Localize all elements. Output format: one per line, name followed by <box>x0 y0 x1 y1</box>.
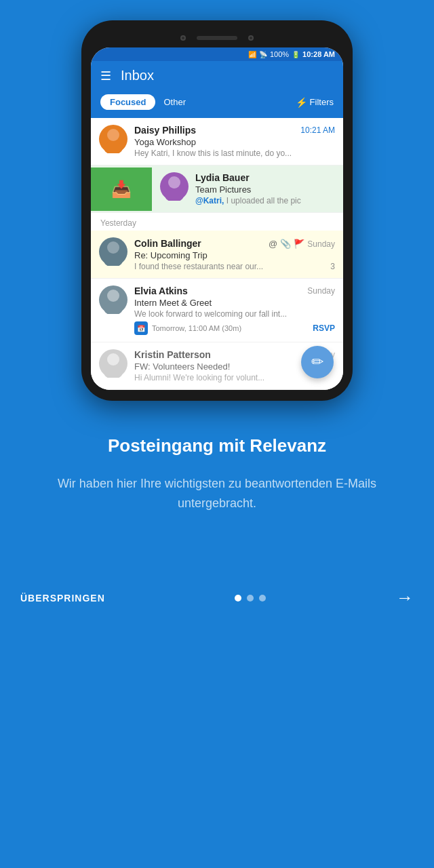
skip-button[interactable]: ÜBERSPRINGEN <box>20 593 105 604</box>
email-list: Daisy Phillips 10:21 AM Yoga Workshop He… <box>91 118 343 390</box>
filters-label: Filters <box>310 97 334 107</box>
time-colin: Sunday <box>307 239 335 249</box>
app-title: Inbox <box>121 68 154 83</box>
sender-colin: Colin Ballinger <box>134 238 201 249</box>
sender-daisy: Daisy Phillips <box>134 125 196 136</box>
sender-elvia: Elvia Atkins <box>134 285 188 296</box>
subject-daisy: Yoga Workshop <box>134 137 335 147</box>
section-yesterday: Yesterday <box>91 213 343 231</box>
tab-other[interactable]: Other <box>163 97 186 107</box>
email-content-daisy: Daisy Phillips 10:21 AM Yoga Workshop He… <box>134 125 335 158</box>
tab-focused[interactable]: Focused <box>100 94 155 110</box>
svg-point-5 <box>107 241 119 254</box>
svg-point-3 <box>168 176 180 189</box>
time-daisy: 10:21 AM <box>300 125 335 135</box>
count-colin: 3 <box>330 262 335 271</box>
status-bar: 📶 📡 100% 🔋 10:28 AM <box>91 47 343 61</box>
sender-kristin: Kristin Patterson <box>134 349 211 360</box>
subject-elvia: Intern Meet & Greet <box>134 298 335 308</box>
status-time: 10:28 AM <box>302 50 335 58</box>
calendar-icon: 📅 <box>134 321 148 335</box>
at-icon: @ <box>269 239 277 249</box>
avatar-colin <box>99 237 127 266</box>
email-item-colin[interactable]: Colin Ballinger @ 📎 🚩 Sunday Re: Upcomin… <box>91 231 343 279</box>
sender-lydia: Lydia Bauer <box>195 172 250 183</box>
phone-speaker <box>197 36 237 40</box>
hamburger-icon[interactable]: ☰ <box>100 70 111 82</box>
time-elvia: Sunday <box>307 286 335 296</box>
svg-point-7 <box>107 290 119 302</box>
svg-point-4 <box>165 189 184 201</box>
dot-2 <box>247 595 254 601</box>
promo-title: Posteingang mit Relevanz <box>27 435 407 458</box>
avatar-kristin <box>99 349 127 378</box>
pagination-dots <box>235 595 266 601</box>
svg-point-6 <box>104 254 123 266</box>
svg-point-9 <box>107 353 119 366</box>
preview-kristin: Hi Alumni! We're looking for volunt... <box>134 373 335 382</box>
archive-icon: 📥 <box>111 180 132 199</box>
dot-1 <box>235 595 241 601</box>
swipe-action-lydia: 📥 <box>91 167 152 211</box>
event-time: Tomorrow, 11:00 AM (30m) <box>152 324 309 332</box>
signal-icon: 📡 <box>259 51 267 58</box>
preview-lydia: @Katri, I uploaded all the pic <box>195 196 335 205</box>
lydia-email-content: Lydia Bauer Team Pictures @Katri, I uplo… <box>152 165 343 212</box>
rsvp-row: 📅 Tomorrow, 11:00 AM (30m) RSVP <box>134 321 335 335</box>
next-arrow-button[interactable]: → <box>396 587 414 608</box>
flag-icon: 🚩 <box>294 239 304 249</box>
avatar-lydia <box>160 172 189 201</box>
tabs-row: Focused Other ⚡ Filters <box>91 90 343 118</box>
phone-shell: 📶 📡 100% 🔋 10:28 AM ☰ Inbox Focused Othe… <box>81 20 353 401</box>
email-content-colin: Colin Ballinger @ 📎 🚩 Sunday Re: Upcomin… <box>134 237 335 271</box>
preview-daisy: Hey Katri, I know this is last minute, d… <box>134 149 335 158</box>
compose-icon: ✏ <box>311 353 323 371</box>
phone-camera-dot <box>180 35 186 41</box>
phone-screen: 📶 📡 100% 🔋 10:28 AM ☰ Inbox Focused Othe… <box>91 47 343 390</box>
app-header: ☰ Inbox <box>91 61 343 90</box>
attachment-icon: 📎 <box>280 239 291 249</box>
preview-colin: I found these restaurants near our... <box>134 262 263 271</box>
battery-label: 100% <box>270 50 289 58</box>
svg-point-1 <box>104 141 123 153</box>
svg-point-0 <box>107 129 119 141</box>
bottom-navigation: ÜBERSPRINGEN → <box>0 574 434 622</box>
subject-colin: Re: Upcoming Trip <box>134 250 335 260</box>
status-icons: 📶 📡 100% 🔋 10:28 AM <box>248 50 335 58</box>
bolt-icon: ⚡ <box>296 97 307 108</box>
rsvp-button[interactable]: RSVP <box>313 323 335 333</box>
promo-section: Posteingang mit Relevanz Wir haben hier … <box>0 401 434 574</box>
avatar-elvia <box>99 285 127 314</box>
compose-fab[interactable]: ✏ <box>301 346 334 378</box>
promo-description: Wir haben hier Ihre wichtigsten zu beant… <box>27 474 407 513</box>
svg-point-10 <box>104 366 123 378</box>
svg-point-8 <box>104 302 123 314</box>
filters-button[interactable]: ⚡ Filters <box>296 97 334 108</box>
email-item-kristin[interactable]: Kristin Patterson Sunday FW: Volunteers … <box>91 342 343 390</box>
phone-sensor <box>248 35 254 41</box>
email-item-daisy[interactable]: Daisy Phillips 10:21 AM Yoga Workshop He… <box>91 118 343 165</box>
preview-elvia: We look forward to welcoming our fall in… <box>134 309 335 319</box>
dot-3 <box>259 595 266 601</box>
subject-lydia: Team Pictures <box>195 184 335 195</box>
email-item-lydia[interactable]: 📥 Lydia Bauer <box>91 165 343 213</box>
email-content-elvia: Elvia Atkins Sunday Intern Meet & Greet … <box>134 285 335 335</box>
wifi-icon: 📶 <box>248 51 256 58</box>
phone-top-bar <box>91 31 343 47</box>
battery-icon: 🔋 <box>292 51 300 58</box>
email-content-lydia: Lydia Bauer Team Pictures @Katri, I uplo… <box>195 172 335 205</box>
email-item-elvia[interactable]: Elvia Atkins Sunday Intern Meet & Greet … <box>91 279 343 342</box>
avatar-daisy <box>99 125 127 153</box>
